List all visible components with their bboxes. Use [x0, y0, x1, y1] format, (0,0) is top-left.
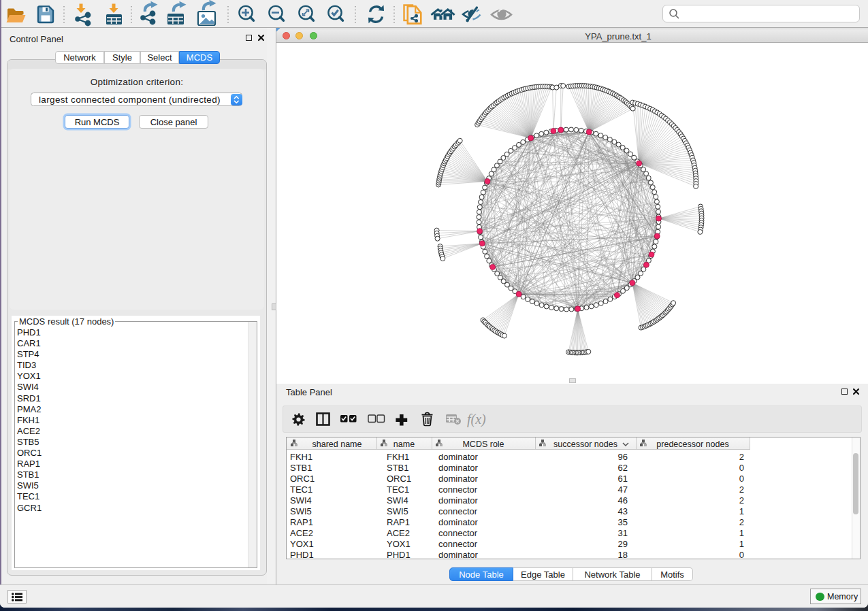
svg-text:f(x): f(x) [467, 412, 486, 427]
